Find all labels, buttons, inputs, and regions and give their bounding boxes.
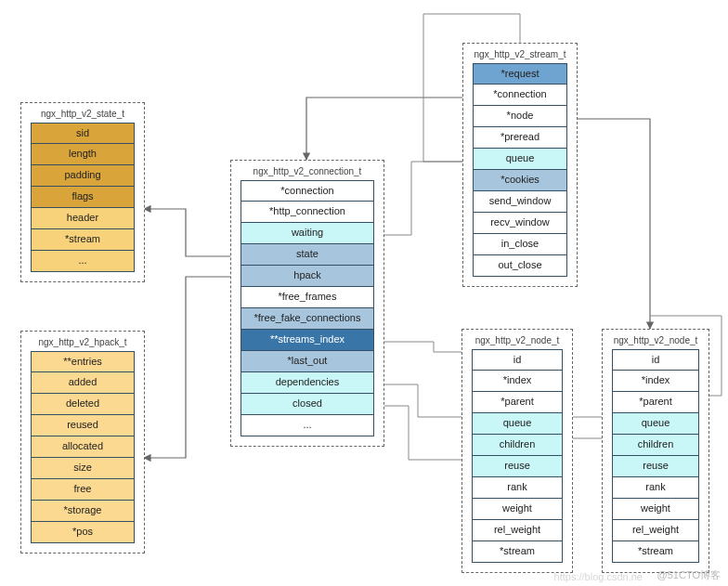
field-row: *free_fake_connections <box>240 308 374 330</box>
struct-title: ngx_http_v2_connection_t <box>240 166 374 176</box>
struct-title: ngx_http_v2_state_t <box>31 109 135 119</box>
watermark-csdn: https://blog.csdn.ne <box>554 571 643 582</box>
struct-node-2: ngx_http_v2_node_t id*index*parentqueuec… <box>602 329 709 573</box>
struct-node-1: ngx_http_v2_node_t id*index*parentqueuec… <box>462 329 573 573</box>
field-row: id <box>472 349 563 371</box>
field-row: *storage <box>31 501 135 522</box>
field-row: in_close <box>473 234 567 255</box>
field-row: *index <box>612 371 699 392</box>
field-row: *stream <box>612 541 699 563</box>
field-row: header <box>31 208 135 229</box>
field-row: **entries <box>31 351 135 372</box>
field-row: hpack <box>240 266 374 287</box>
field-row: size <box>31 458 135 479</box>
struct-title: ngx_http_v2_node_t <box>472 335 563 345</box>
field-row: rel_weight <box>472 520 563 541</box>
field-row: reuse <box>472 456 563 477</box>
field-row: *stream <box>472 541 563 563</box>
field-row: deleted <box>31 394 135 415</box>
field-row: queue <box>472 413 563 435</box>
struct-rows: id*index*parentqueuechildrenreuserankwei… <box>612 349 699 563</box>
struct-hpack: ngx_http_v2_hpack_t **entriesaddeddelete… <box>20 331 145 553</box>
field-row: weight <box>612 499 699 520</box>
field-row: flags <box>31 187 135 208</box>
field-row: rel_weight <box>612 520 699 541</box>
field-row: *preread <box>473 127 567 149</box>
field-row: *free_frames <box>240 287 374 308</box>
field-row: **streams_index <box>240 330 374 351</box>
struct-title: ngx_http_v2_stream_t <box>473 49 567 59</box>
struct-stream: ngx_http_v2_stream_t *request*connection… <box>462 43 578 287</box>
field-row: reuse <box>612 456 699 477</box>
struct-title: ngx_http_v2_hpack_t <box>31 337 135 347</box>
field-row: out_close <box>473 255 567 277</box>
struct-rows: id*index*parentqueuechildrenreuserankwei… <box>472 349 563 563</box>
field-row: waiting <box>240 223 374 244</box>
field-row: rank <box>612 477 699 499</box>
field-row: reused <box>31 415 135 436</box>
field-row: *index <box>472 371 563 392</box>
field-row: allocated <box>31 436 135 458</box>
field-row: children <box>612 435 699 456</box>
field-row: free <box>31 479 135 501</box>
field-row: weight <box>472 499 563 520</box>
field-row: ... <box>240 415 374 436</box>
field-row: queue <box>612 413 699 435</box>
field-row: send_window <box>473 191 567 213</box>
field-row: children <box>472 435 563 456</box>
field-row: *last_out <box>240 351 374 372</box>
field-row: *connection <box>240 180 374 202</box>
field-row: *pos <box>31 522 135 543</box>
field-row: padding <box>31 165 135 187</box>
field-row: added <box>31 372 135 394</box>
field-row: *parent <box>612 392 699 413</box>
field-row: recv_window <box>473 213 567 234</box>
field-row: *connection <box>473 85 567 106</box>
watermark-51cto: @51CTO博客 <box>657 568 721 582</box>
field-row: *request <box>473 63 567 85</box>
struct-title: ngx_http_v2_node_t <box>612 335 699 345</box>
field-row: state <box>240 244 374 266</box>
struct-rows: **entriesaddeddeletedreusedallocatedsize… <box>31 351 135 543</box>
struct-rows: *request*connection*node*prereadqueue*co… <box>473 63 567 277</box>
field-row: *http_connection <box>240 202 374 223</box>
field-row: sid <box>31 123 135 144</box>
struct-connection: ngx_http_v2_connection_t *connection*htt… <box>230 160 384 447</box>
field-row: dependencies <box>240 372 374 394</box>
field-row: queue <box>473 149 567 170</box>
field-row: *stream <box>31 229 135 251</box>
struct-rows: sidlengthpaddingflagsheader*stream... <box>31 123 135 272</box>
field-row: *node <box>473 106 567 127</box>
field-row: ... <box>31 251 135 272</box>
field-row: length <box>31 144 135 165</box>
field-row: closed <box>240 394 374 415</box>
struct-rows: *connection*http_connectionwaitingstateh… <box>240 180 374 436</box>
field-row: id <box>612 349 699 371</box>
field-row: *cookies <box>473 170 567 191</box>
field-row: *parent <box>472 392 563 413</box>
field-row: rank <box>472 477 563 499</box>
struct-state: ngx_http_v2_state_t sidlengthpaddingflag… <box>20 102 145 282</box>
